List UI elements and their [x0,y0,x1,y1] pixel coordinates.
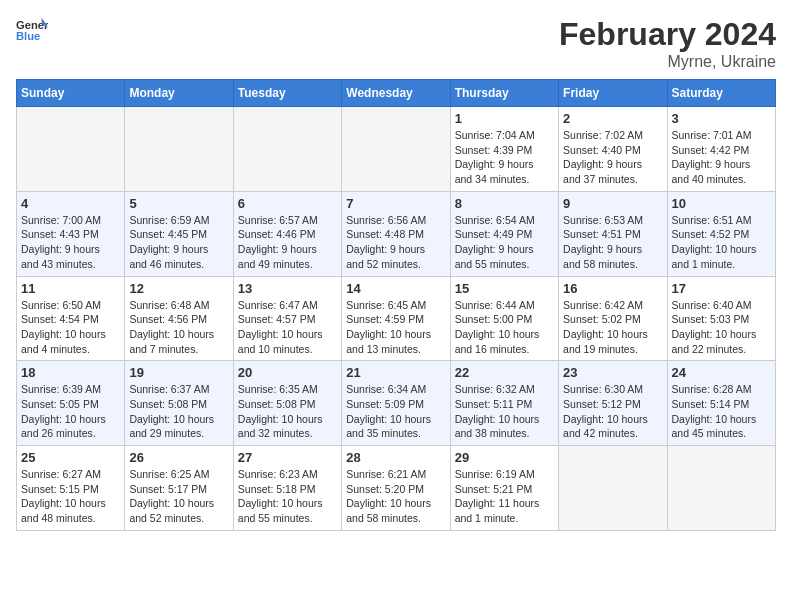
day-number: 16 [563,281,662,296]
calendar-day-cell: 11Sunrise: 6:50 AM Sunset: 4:54 PM Dayli… [17,276,125,361]
title-block: February 2024 Myrne, Ukraine [559,16,776,71]
calendar-day-cell: 15Sunrise: 6:44 AM Sunset: 5:00 PM Dayli… [450,276,558,361]
day-info: Sunrise: 6:27 AM Sunset: 5:15 PM Dayligh… [21,467,120,526]
calendar-day-cell: 23Sunrise: 6:30 AM Sunset: 5:12 PM Dayli… [559,361,667,446]
day-number: 2 [563,111,662,126]
calendar-day-cell: 6Sunrise: 6:57 AM Sunset: 4:46 PM Daylig… [233,191,341,276]
day-info: Sunrise: 6:44 AM Sunset: 5:00 PM Dayligh… [455,298,554,357]
day-info: Sunrise: 6:30 AM Sunset: 5:12 PM Dayligh… [563,382,662,441]
day-info: Sunrise: 6:32 AM Sunset: 5:11 PM Dayligh… [455,382,554,441]
day-info: Sunrise: 6:57 AM Sunset: 4:46 PM Dayligh… [238,213,337,272]
calendar-day-cell: 20Sunrise: 6:35 AM Sunset: 5:08 PM Dayli… [233,361,341,446]
calendar-day-cell: 18Sunrise: 6:39 AM Sunset: 5:05 PM Dayli… [17,361,125,446]
header-saturday: Saturday [667,80,775,107]
day-info: Sunrise: 6:51 AM Sunset: 4:52 PM Dayligh… [672,213,771,272]
calendar-day-cell: 22Sunrise: 6:32 AM Sunset: 5:11 PM Dayli… [450,361,558,446]
calendar-week-row: 4Sunrise: 7:00 AM Sunset: 4:43 PM Daylig… [17,191,776,276]
day-info: Sunrise: 6:25 AM Sunset: 5:17 PM Dayligh… [129,467,228,526]
calendar-day-cell: 10Sunrise: 6:51 AM Sunset: 4:52 PM Dayli… [667,191,775,276]
day-number: 10 [672,196,771,211]
day-number: 23 [563,365,662,380]
calendar-day-cell: 25Sunrise: 6:27 AM Sunset: 5:15 PM Dayli… [17,446,125,531]
weekday-header-row: Sunday Monday Tuesday Wednesday Thursday… [17,80,776,107]
calendar-day-cell: 4Sunrise: 7:00 AM Sunset: 4:43 PM Daylig… [17,191,125,276]
day-info: Sunrise: 6:21 AM Sunset: 5:20 PM Dayligh… [346,467,445,526]
day-info: Sunrise: 6:53 AM Sunset: 4:51 PM Dayligh… [563,213,662,272]
calendar-table: Sunday Monday Tuesday Wednesday Thursday… [16,79,776,531]
header-sunday: Sunday [17,80,125,107]
header-thursday: Thursday [450,80,558,107]
day-info: Sunrise: 6:34 AM Sunset: 5:09 PM Dayligh… [346,382,445,441]
calendar-day-cell: 2Sunrise: 7:02 AM Sunset: 4:40 PM Daylig… [559,107,667,192]
day-info: Sunrise: 6:42 AM Sunset: 5:02 PM Dayligh… [563,298,662,357]
day-info: Sunrise: 7:01 AM Sunset: 4:42 PM Dayligh… [672,128,771,187]
day-number: 7 [346,196,445,211]
calendar-day-cell: 13Sunrise: 6:47 AM Sunset: 4:57 PM Dayli… [233,276,341,361]
day-number: 20 [238,365,337,380]
calendar-day-cell: 14Sunrise: 6:45 AM Sunset: 4:59 PM Dayli… [342,276,450,361]
calendar-day-cell: 28Sunrise: 6:21 AM Sunset: 5:20 PM Dayli… [342,446,450,531]
day-info: Sunrise: 6:19 AM Sunset: 5:21 PM Dayligh… [455,467,554,526]
location-title: Myrne, Ukraine [559,53,776,71]
calendar-day-cell: 29Sunrise: 6:19 AM Sunset: 5:21 PM Dayli… [450,446,558,531]
day-number: 9 [563,196,662,211]
day-number: 11 [21,281,120,296]
calendar-day-cell: 16Sunrise: 6:42 AM Sunset: 5:02 PM Dayli… [559,276,667,361]
calendar-day-cell: 7Sunrise: 6:56 AM Sunset: 4:48 PM Daylig… [342,191,450,276]
calendar-day-cell: 9Sunrise: 6:53 AM Sunset: 4:51 PM Daylig… [559,191,667,276]
calendar-day-cell: 17Sunrise: 6:40 AM Sunset: 5:03 PM Dayli… [667,276,775,361]
month-title: February 2024 [559,16,776,53]
day-number: 27 [238,450,337,465]
calendar-day-cell: 12Sunrise: 6:48 AM Sunset: 4:56 PM Dayli… [125,276,233,361]
day-info: Sunrise: 6:28 AM Sunset: 5:14 PM Dayligh… [672,382,771,441]
calendar-week-row: 25Sunrise: 6:27 AM Sunset: 5:15 PM Dayli… [17,446,776,531]
day-info: Sunrise: 6:39 AM Sunset: 5:05 PM Dayligh… [21,382,120,441]
day-number: 21 [346,365,445,380]
calendar-day-cell [233,107,341,192]
day-number: 17 [672,281,771,296]
day-info: Sunrise: 7:04 AM Sunset: 4:39 PM Dayligh… [455,128,554,187]
day-number: 19 [129,365,228,380]
logo: General Blue [16,16,48,44]
calendar-day-cell: 21Sunrise: 6:34 AM Sunset: 5:09 PM Dayli… [342,361,450,446]
day-number: 12 [129,281,228,296]
day-number: 15 [455,281,554,296]
day-number: 6 [238,196,337,211]
calendar-day-cell: 26Sunrise: 6:25 AM Sunset: 5:17 PM Dayli… [125,446,233,531]
day-info: Sunrise: 6:54 AM Sunset: 4:49 PM Dayligh… [455,213,554,272]
day-info: Sunrise: 6:23 AM Sunset: 5:18 PM Dayligh… [238,467,337,526]
day-number: 3 [672,111,771,126]
day-number: 4 [21,196,120,211]
calendar-day-cell: 3Sunrise: 7:01 AM Sunset: 4:42 PM Daylig… [667,107,775,192]
calendar-day-cell [125,107,233,192]
calendar-day-cell [667,446,775,531]
calendar-week-row: 11Sunrise: 6:50 AM Sunset: 4:54 PM Dayli… [17,276,776,361]
day-number: 29 [455,450,554,465]
day-number: 25 [21,450,120,465]
calendar-day-cell [17,107,125,192]
day-number: 14 [346,281,445,296]
day-info: Sunrise: 6:56 AM Sunset: 4:48 PM Dayligh… [346,213,445,272]
day-number: 24 [672,365,771,380]
day-info: Sunrise: 7:02 AM Sunset: 4:40 PM Dayligh… [563,128,662,187]
calendar-day-cell [342,107,450,192]
day-info: Sunrise: 6:50 AM Sunset: 4:54 PM Dayligh… [21,298,120,357]
calendar-day-cell: 24Sunrise: 6:28 AM Sunset: 5:14 PM Dayli… [667,361,775,446]
calendar-day-cell: 1Sunrise: 7:04 AM Sunset: 4:39 PM Daylig… [450,107,558,192]
header-monday: Monday [125,80,233,107]
day-info: Sunrise: 6:59 AM Sunset: 4:45 PM Dayligh… [129,213,228,272]
header-wednesday: Wednesday [342,80,450,107]
day-number: 5 [129,196,228,211]
calendar-day-cell: 8Sunrise: 6:54 AM Sunset: 4:49 PM Daylig… [450,191,558,276]
day-info: Sunrise: 6:45 AM Sunset: 4:59 PM Dayligh… [346,298,445,357]
calendar-week-row: 18Sunrise: 6:39 AM Sunset: 5:05 PM Dayli… [17,361,776,446]
day-number: 13 [238,281,337,296]
calendar-week-row: 1Sunrise: 7:04 AM Sunset: 4:39 PM Daylig… [17,107,776,192]
day-info: Sunrise: 6:48 AM Sunset: 4:56 PM Dayligh… [129,298,228,357]
day-number: 26 [129,450,228,465]
day-number: 8 [455,196,554,211]
day-info: Sunrise: 6:47 AM Sunset: 4:57 PM Dayligh… [238,298,337,357]
day-info: Sunrise: 6:40 AM Sunset: 5:03 PM Dayligh… [672,298,771,357]
calendar-day-cell: 5Sunrise: 6:59 AM Sunset: 4:45 PM Daylig… [125,191,233,276]
page-header: General Blue February 2024 Myrne, Ukrain… [16,16,776,71]
